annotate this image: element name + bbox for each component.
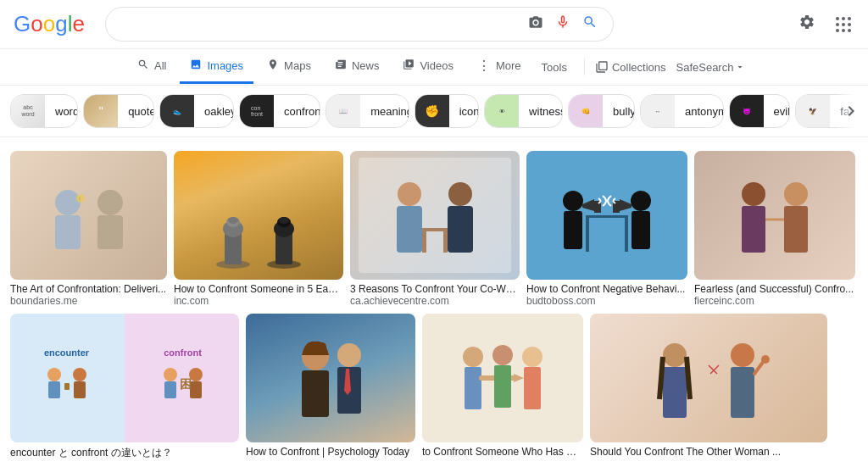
svg-text:!: ! [79, 195, 81, 203]
image-caption-r1c4: How to Confront Negative Behavi... [526, 283, 687, 295]
svg-rect-3 [97, 215, 123, 249]
svg-point-18 [448, 182, 472, 206]
chip-bully[interactable]: 👊 bully [568, 94, 635, 128]
settings-button[interactable] [795, 10, 819, 38]
image-caption-r1c3: 3 Reasons To Confront Your Co-Work... [350, 283, 520, 295]
collections-label: Collections [612, 61, 666, 74]
tab-images[interactable]: Images [180, 50, 253, 84]
svg-rect-25 [625, 218, 628, 252]
chip-icon-label: icon [449, 105, 479, 118]
chip-antonym-label: antonym [675, 105, 724, 118]
svg-rect-65 [663, 367, 687, 418]
image-card-r1c4[interactable]: How to Confront Negative Behavi... budto… [526, 151, 687, 307]
chip-antonym[interactable]: ↔ antonym [640, 94, 724, 128]
svg-point-16 [398, 182, 421, 206]
tab-all[interactable]: All [127, 50, 176, 84]
svg-point-41 [73, 368, 86, 381]
chip-confront-label: confront [274, 105, 320, 118]
nav-right-tools: Tools Collections SafeSearch [535, 53, 746, 82]
voice-search-button[interactable] [554, 13, 572, 36]
svg-point-1 [97, 190, 123, 215]
svg-rect-61 [524, 367, 541, 409]
image-row-2: encounter confront [10, 314, 858, 460]
image-source-r1c5: fierceinc.com [694, 295, 855, 307]
svg-rect-45 [164, 381, 176, 398]
chip-witness-label: witness [519, 105, 563, 118]
svg-rect-2 [55, 215, 81, 249]
chip-quote[interactable]: " quote [83, 94, 154, 128]
nav-tabs: All Images Maps News Videos ⋮ More Tools… [0, 49, 868, 86]
chip-witness[interactable]: 👁 witness [484, 94, 563, 128]
image-card-r2c4[interactable]: Should You Confront The Other Woman ... [590, 314, 827, 460]
tab-images-label: Images [207, 59, 243, 72]
chip-icon[interactable]: ✊ icon [415, 94, 479, 128]
svg-line-71 [710, 365, 719, 374]
image-card-r1c5[interactable]: Fearless (and Successful) Confro... fier… [694, 151, 855, 307]
image-row-1: ! The Art of Confrontation: Deliveri... … [10, 151, 858, 307]
image-card-r1c1[interactable]: ! The Art of Confrontation: Deliveri... … [10, 151, 167, 307]
tab-videos[interactable]: Videos [392, 50, 464, 84]
svg-rect-15 [279, 217, 289, 224]
news-tab-icon [335, 58, 347, 73]
camera-search-button[interactable] [526, 13, 545, 36]
svg-rect-10 [228, 217, 238, 224]
image-caption-r1c2: How to Confront Someone in 5 Easy Steps … [174, 283, 343, 295]
svg-rect-42 [74, 381, 86, 398]
image-caption-r2c1: encounter と confront の違いとは？ [10, 446, 239, 460]
search-button[interactable] [581, 13, 599, 36]
safesearch-button[interactable]: SafeSearch [676, 61, 746, 74]
image-card-r2c2[interactable]: How to Confront | Psychology Today [246, 314, 415, 460]
collections-button[interactable]: Collections [595, 60, 666, 74]
svg-point-56 [463, 347, 483, 367]
chip-word[interactable]: abcword word [10, 94, 78, 128]
svg-line-68 [754, 361, 764, 374]
apps-button[interactable] [832, 14, 854, 36]
tab-news-label: News [352, 59, 380, 72]
svg-rect-20 [422, 228, 448, 231]
more-tab-icon: ⋮ [477, 58, 491, 74]
search-bar: confront [105, 7, 614, 42]
filter-chips: abcword word " quote 👟 oakley confront c… [0, 86, 868, 137]
svg-rect-21 [422, 231, 426, 253]
videos-tab-icon [403, 58, 415, 73]
svg-rect-23 [586, 215, 628, 218]
nav-divider [584, 58, 585, 75]
image-card-r1c3[interactable]: 3 Reasons To Confront Your Co-Work... ca… [350, 151, 520, 307]
chips-scroll-arrow[interactable] [834, 86, 868, 136]
image-card-r2c1[interactable]: encounter confront [10, 314, 239, 460]
image-grid: ! The Art of Confrontation: Deliveri... … [0, 137, 868, 467]
svg-point-0 [55, 190, 81, 215]
svg-point-60 [522, 347, 542, 367]
tab-news[interactable]: News [325, 50, 390, 84]
svg-point-51 [305, 344, 314, 353]
svg-point-34 [742, 182, 765, 206]
header: Google confront [0, 0, 868, 49]
svg-rect-40 [48, 381, 60, 398]
image-card-r2c3[interactable]: to Confront Someone Who Has Hurt ... [422, 314, 583, 460]
svg-rect-17 [397, 206, 422, 253]
tools-button[interactable]: Tools [535, 53, 574, 82]
svg-point-64 [663, 343, 687, 367]
chip-evil[interactable]: 😈 evil [729, 94, 791, 128]
svg-rect-57 [465, 367, 481, 409]
tab-maps-label: Maps [284, 59, 311, 72]
maps-tab-icon [267, 58, 279, 73]
tab-maps[interactable]: Maps [257, 50, 321, 84]
svg-point-30 [631, 191, 651, 211]
svg-rect-31 [632, 211, 650, 249]
search-input[interactable]: confront [120, 17, 520, 32]
chip-meaning[interactable]: 📖 meaning [326, 94, 409, 128]
image-source-r1c3: ca.achievecentre.com [350, 295, 520, 307]
chip-confront[interactable]: confront confront [239, 94, 320, 128]
safesearch-label: SafeSearch [676, 61, 734, 74]
chip-oakley[interactable]: 👟 oakley [159, 94, 234, 128]
svg-point-44 [164, 368, 177, 381]
header-right [795, 10, 854, 38]
svg-rect-24 [586, 218, 589, 252]
svg-rect-50 [302, 370, 329, 417]
tab-more[interactable]: ⋮ More [467, 49, 531, 85]
image-card-r1c2[interactable]: How to Confront Someone in 5 Easy Steps … [174, 151, 343, 307]
google-logo[interactable]: Google [14, 11, 85, 37]
image-caption-r2c4: Should You Confront The Other Woman ... [590, 446, 827, 458]
svg-rect-63 [494, 365, 511, 408]
